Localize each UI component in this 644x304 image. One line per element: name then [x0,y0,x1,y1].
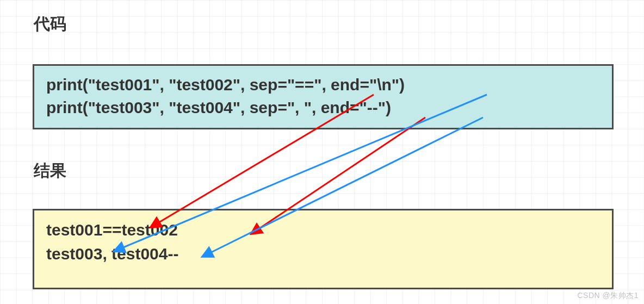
result-line-2: test003, test004-- [46,242,600,266]
code-line-1: print("test001", "test002", sep="==", en… [46,73,600,96]
watermark: CSDN @朱帅杰1 [577,291,639,301]
code-heading: 代码 [34,13,66,35]
code-line-2: print("test003", "test004", sep=", ", en… [46,96,600,119]
result-box: test001==test002 test003, test004-- [33,209,614,289]
code-box: print("test001", "test002", sep="==", en… [33,64,614,129]
result-heading: 结果 [34,160,66,182]
result-line-1: test001==test002 [46,218,600,242]
